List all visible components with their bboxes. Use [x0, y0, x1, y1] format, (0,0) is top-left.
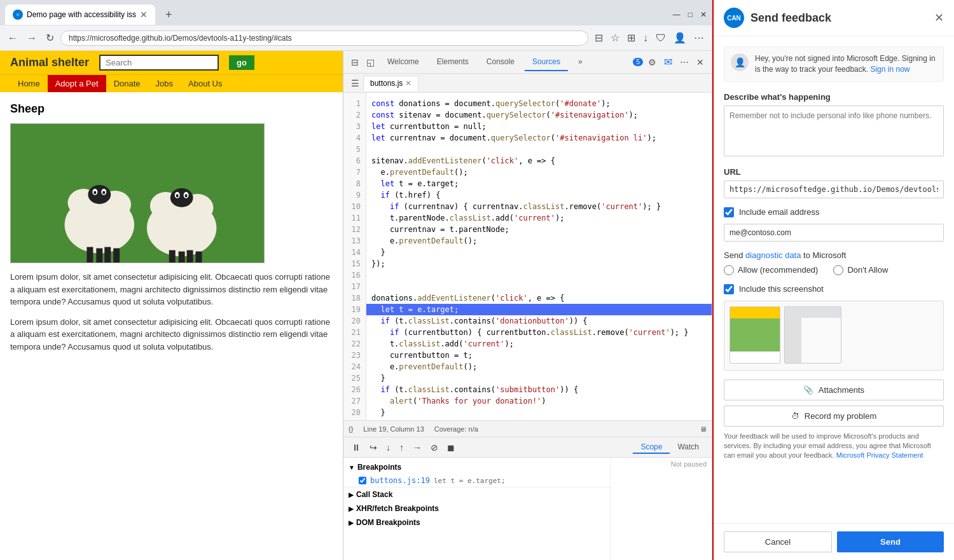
include-screenshot-checkbox[interactable] — [724, 284, 734, 294]
file-tab-buttons-js[interactable]: buttons.js ✕ — [363, 76, 418, 91]
code-line: } — [371, 247, 707, 258]
privacy-link[interactable]: Microsoft Privacy Statement — [836, 451, 923, 459]
debugger-bottom: {} Line 19, Column 13 Coverage: n/a 🖥 ⏸ … — [343, 420, 712, 560]
code-line: if (currentnav) { currentnav.classList.r… — [371, 201, 707, 212]
nav-home[interactable]: Home — [10, 75, 48, 92]
dont-allow-option: Don't Allow — [833, 265, 888, 275]
search-btn[interactable]: go — [229, 55, 254, 70]
nav-about[interactable]: About Us — [181, 75, 230, 92]
close-btn[interactable]: ✕ — [700, 10, 707, 19]
screenshot-thumb-2 — [784, 306, 841, 364]
feedback-footer: Cancel Send — [714, 523, 954, 560]
include-email-label: Include email address — [739, 207, 819, 217]
line-number: 24 — [349, 361, 361, 372]
watch-tab[interactable]: Watch — [670, 441, 707, 454]
callstack-header[interactable]: ▶ Call Stack — [343, 488, 610, 502]
debug-right-panel: Not paused — [610, 458, 712, 560]
blackbox-btn[interactable]: ◼ — [444, 440, 458, 454]
tab-console[interactable]: Console — [479, 53, 522, 71]
diagnostic-link[interactable]: diagnostic data — [745, 250, 801, 260]
devtools-more-btn[interactable]: ⋯ — [677, 55, 691, 70]
window-controls: — □ ✕ — [673, 10, 707, 19]
step-into-btn[interactable]: ↓ — [383, 440, 394, 454]
collections-btn[interactable]: ⊞ — [625, 29, 638, 46]
scope-watch-tabs: Scope Watch — [633, 441, 707, 454]
settings-btn[interactable]: ⚙ — [646, 55, 659, 70]
step-over-btn[interactable]: ↪ — [366, 440, 380, 454]
line-number: 14 — [349, 247, 361, 258]
nav-jobs[interactable]: Jobs — [148, 75, 181, 92]
include-email-row: Include email address — [724, 207, 944, 217]
include-email-checkbox[interactable] — [724, 207, 734, 217]
active-tab[interactable]: Demo page with accessibility iss ✕ — [5, 4, 155, 25]
browser-toolbar: ← → ↻ ⊟ ☆ ⊞ ↓ 🛡 👤 ⋯ — [0, 25, 712, 51]
attachments-btn[interactable]: 📎 Attachments — [724, 379, 944, 400]
callstack-arrow: ▶ — [349, 491, 354, 498]
breakpoints-header[interactable]: ▼ Breakpoints — [343, 460, 610, 474]
cancel-btn[interactable]: Cancel — [724, 531, 832, 552]
devtools-toggle-btn[interactable]: ⊟ — [349, 55, 361, 70]
maximize-btn[interactable]: □ — [688, 10, 693, 19]
record-btn[interactable]: ⏱ Record my problem — [724, 406, 944, 427]
line-number: 8 — [349, 178, 361, 189]
shield-btn[interactable]: 🛡 — [653, 30, 668, 46]
xhrfetch-header[interactable]: ▶ XHR/fetch Breakpoints — [343, 502, 610, 516]
favorites-btn[interactable]: ☆ — [608, 29, 622, 46]
tab-elements[interactable]: Elements — [429, 53, 476, 71]
edge-icon — [13, 10, 23, 20]
devtools-close-btn[interactable]: ✕ — [694, 55, 707, 70]
step-out-btn[interactable]: ↑ — [396, 440, 407, 454]
code-editor[interactable]: 1234567891011121314151617181920212223242… — [343, 93, 712, 420]
nav-donate[interactable]: Donate — [106, 75, 148, 92]
deactivate-btn[interactable]: ⊘ — [427, 440, 441, 454]
minimize-btn[interactable]: — — [673, 10, 681, 19]
back-btn[interactable]: ← — [5, 30, 20, 46]
breakpoints-section: ▼ Breakpoints buttons.js:19 let t = e.ta… — [343, 460, 610, 488]
step-btn[interactable]: → — [410, 440, 425, 454]
feedback-close-btn[interactable]: ✕ — [934, 11, 944, 25]
allow-radio[interactable] — [724, 265, 734, 275]
email-input[interactable] — [724, 224, 944, 242]
new-tab-btn[interactable]: + — [160, 6, 177, 24]
code-line — [371, 144, 707, 155]
feedback-btn[interactable]: ✉ — [661, 53, 675, 71]
breakpoint-code: let t = e.target; — [434, 477, 506, 485]
line-number: 2 — [349, 109, 361, 121]
profile-btn[interactable]: 👤 — [671, 29, 689, 46]
tab-close-btn[interactable]: ✕ — [140, 10, 148, 20]
file-tab-close[interactable]: ✕ — [405, 79, 411, 88]
scope-tab[interactable]: Scope — [633, 441, 670, 454]
send-btn[interactable]: Send — [837, 531, 944, 552]
search-input[interactable] — [99, 55, 219, 71]
line-number: 16 — [349, 270, 361, 281]
screenshot-btn[interactable]: 🖥 — [700, 425, 707, 433]
describe-textarea[interactable] — [724, 106, 944, 156]
breakpoint-checkbox[interactable] — [359, 477, 366, 484]
code-line: } — [371, 372, 707, 384]
tab-welcome[interactable]: Welcome — [380, 53, 427, 71]
dont-allow-radio[interactable] — [833, 265, 843, 275]
url-input[interactable] — [724, 181, 944, 198]
address-input[interactable] — [60, 31, 588, 46]
nav-adopt[interactable]: Adopt a Pet — [48, 75, 106, 92]
tab-sources[interactable]: Sources — [525, 53, 568, 71]
dom-arrow: ▶ — [349, 519, 354, 526]
devtools-undock-btn[interactable]: ◱ — [364, 55, 377, 70]
cast-btn[interactable]: ⊟ — [592, 29, 605, 46]
line-number: 18 — [349, 292, 361, 304]
more-btn[interactable]: ⋯ — [691, 29, 707, 46]
tab-more[interactable]: » — [570, 53, 590, 71]
line-number: 23 — [349, 350, 361, 361]
url-section: URL — [724, 167, 944, 198]
code-content[interactable]: const donations = document.querySelector… — [366, 93, 712, 420]
refresh-btn[interactable]: ↻ — [43, 29, 57, 46]
code-line: let currentnav = document.querySelector(… — [371, 132, 707, 144]
sidebar-toggle[interactable]: ☰ — [349, 76, 362, 91]
download-btn[interactable]: ↓ — [640, 30, 651, 46]
signin-link[interactable]: Sign in now — [870, 65, 909, 74]
dom-header[interactable]: ▶ DOM Breakpoints — [343, 516, 610, 529]
pause-btn[interactable]: ⏸ — [349, 440, 364, 454]
line-column: Line 19, Column 13 — [363, 425, 424, 433]
forward-btn[interactable]: → — [24, 30, 39, 46]
signin-text: Hey, you're not signed into Microsoft Ed… — [755, 53, 937, 75]
